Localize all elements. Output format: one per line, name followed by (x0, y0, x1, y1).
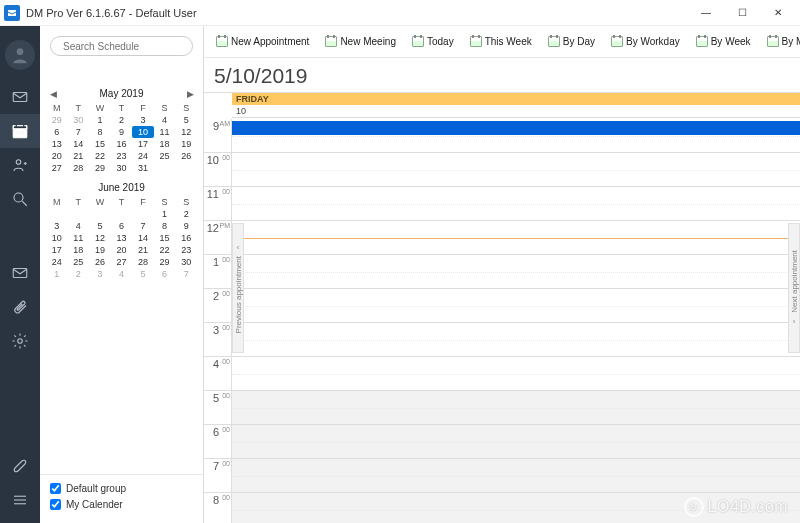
schedule-row[interactable] (232, 459, 800, 493)
cal-day[interactable]: 29 (154, 256, 176, 268)
cal-day[interactable]: 14 (68, 138, 90, 150)
schedule-row[interactable] (232, 119, 800, 153)
schedule-row[interactable] (232, 153, 800, 187)
cal-day[interactable]: 1 (89, 114, 111, 126)
cal-day[interactable]: 12 (175, 126, 197, 138)
cal-day[interactable]: 2 (111, 114, 133, 126)
nav-settings[interactable] (0, 324, 40, 358)
cal-day[interactable]: 23 (111, 150, 133, 162)
schedule-row[interactable] (232, 187, 800, 221)
cal-day[interactable]: 25 (154, 150, 176, 162)
cal-prev[interactable]: ◀ (46, 89, 60, 99)
nav-attachments[interactable] (0, 290, 40, 324)
cal-day[interactable]: 19 (175, 138, 197, 150)
cal-day[interactable]: 2 (175, 208, 197, 220)
cal-day[interactable]: 11 (154, 126, 176, 138)
cal-day[interactable]: 30 (68, 114, 90, 126)
group-default[interactable]: Default group (50, 483, 193, 494)
group-default-checkbox[interactable] (50, 483, 61, 494)
schedule-row[interactable] (232, 255, 800, 289)
cal-day[interactable]: 3 (89, 268, 111, 280)
cal-day[interactable]: 24 (132, 150, 154, 162)
nav-contacts[interactable] (0, 148, 40, 182)
mini-calendar-june[interactable]: June 2019MTWTFSS123456789101112131415161… (40, 176, 203, 282)
cal-day[interactable]: 6 (154, 268, 176, 280)
toolbar-this-week[interactable]: This Week (466, 34, 536, 49)
cal-day[interactable]: 3 (132, 114, 154, 126)
cal-day[interactable]: 31 (132, 162, 154, 174)
schedule-grid[interactable] (232, 119, 800, 523)
toolbar-new-appointment[interactable]: New Appointment (212, 34, 313, 49)
cal-day[interactable]: 21 (132, 244, 154, 256)
cal-day[interactable]: 10 (132, 126, 154, 138)
nav-tools[interactable] (0, 449, 40, 483)
cal-day[interactable]: 15 (89, 138, 111, 150)
toolbar-by-week[interactable]: By Week (692, 34, 755, 49)
cal-day[interactable]: 28 (132, 256, 154, 268)
cal-day[interactable]: 27 (46, 162, 68, 174)
cal-day[interactable]: 4 (68, 220, 90, 232)
toolbar-by-day[interactable]: By Day (544, 34, 599, 49)
cal-day[interactable]: 24 (46, 256, 68, 268)
cal-day[interactable]: 11 (68, 232, 90, 244)
nav-menu[interactable] (0, 483, 40, 517)
cal-day[interactable]: 22 (89, 150, 111, 162)
next-appointment-tab[interactable]: Next appointment › (788, 223, 800, 353)
cal-day[interactable]: 18 (68, 244, 90, 256)
cal-day[interactable]: 30 (175, 256, 197, 268)
nav-calendar[interactable] (0, 114, 40, 148)
cal-day[interactable]: 22 (154, 244, 176, 256)
window-maximize-button[interactable]: ☐ (724, 0, 760, 26)
schedule-row[interactable] (232, 221, 800, 255)
search-input[interactable] (63, 41, 190, 52)
cal-day[interactable]: 8 (89, 126, 111, 138)
toolbar-by-month[interactable]: By Month (763, 34, 800, 49)
cal-day[interactable]: 7 (132, 220, 154, 232)
toolbar-by-workday[interactable]: By Workday (607, 34, 684, 49)
group-my-calendar[interactable]: My Calender (50, 499, 193, 510)
cal-day[interactable]: 4 (154, 114, 176, 126)
window-close-button[interactable]: ✕ (760, 0, 796, 26)
cal-day[interactable]: 30 (111, 162, 133, 174)
cal-day[interactable]: 5 (132, 268, 154, 280)
cal-day[interactable]: 16 (111, 138, 133, 150)
group-my-calendar-checkbox[interactable] (50, 499, 61, 510)
cal-day[interactable]: 7 (175, 268, 197, 280)
cal-day[interactable]: 1 (46, 268, 68, 280)
nav-search[interactable] (0, 182, 40, 216)
cal-day[interactable]: 29 (89, 162, 111, 174)
cal-day[interactable]: 9 (175, 220, 197, 232)
cal-day[interactable]: 26 (89, 256, 111, 268)
cal-day[interactable]: 7 (68, 126, 90, 138)
window-minimize-button[interactable]: — (688, 0, 724, 26)
cal-day[interactable]: 2 (68, 268, 90, 280)
cal-day[interactable]: 5 (175, 114, 197, 126)
toolbar-today[interactable]: Today (408, 34, 458, 49)
cal-day[interactable]: 13 (46, 138, 68, 150)
cal-day[interactable]: 5 (89, 220, 111, 232)
cal-day[interactable]: 27 (111, 256, 133, 268)
toolbar-new-meeing[interactable]: New Meeing (321, 34, 400, 49)
cal-day[interactable]: 18 (154, 138, 176, 150)
cal-day[interactable]: 8 (154, 220, 176, 232)
search-box[interactable] (50, 36, 193, 56)
cal-day[interactable]: 13 (111, 232, 133, 244)
cal-day[interactable]: 4 (111, 268, 133, 280)
schedule-row[interactable] (232, 391, 800, 425)
previous-appointment-tab[interactable]: ‹ Previous appointment (232, 223, 244, 353)
cal-next[interactable]: ▶ (183, 89, 197, 99)
cal-day[interactable]: 29 (46, 114, 68, 126)
mini-calendar-may[interactable]: ◀May 2019▶MTWTFSS29301234567891011121314… (40, 82, 203, 176)
cal-day[interactable]: 6 (46, 126, 68, 138)
schedule-row[interactable] (232, 425, 800, 459)
cal-day[interactable]: 23 (175, 244, 197, 256)
cal-day[interactable]: 20 (111, 244, 133, 256)
cal-day[interactable]: 20 (46, 150, 68, 162)
day-view[interactable]: FRIDAY 10 9AM1000110012PM100200300400500… (204, 92, 800, 523)
nav-mail[interactable] (0, 80, 40, 114)
cal-day[interactable]: 19 (89, 244, 111, 256)
schedule-row[interactable] (232, 323, 800, 357)
cal-day[interactable]: 1 (154, 208, 176, 220)
cal-day[interactable]: 28 (68, 162, 90, 174)
cal-day[interactable]: 16 (175, 232, 197, 244)
